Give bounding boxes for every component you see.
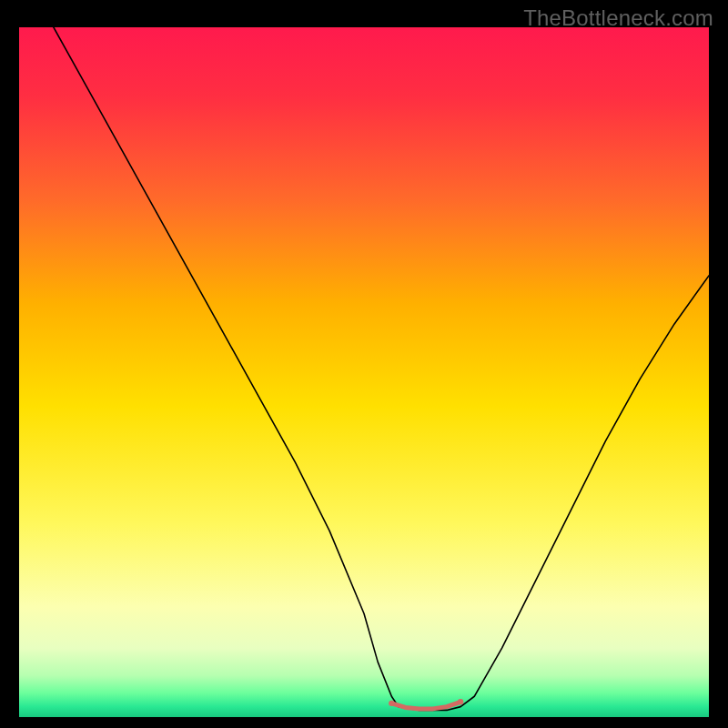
chart-frame: TheBottleneck.com [0, 0, 728, 728]
plot-area [19, 27, 709, 717]
watermark-text: TheBottleneck.com [523, 5, 713, 31]
svg-point-0 [389, 701, 394, 706]
chart-svg [19, 27, 709, 717]
svg-point-1 [458, 699, 463, 704]
